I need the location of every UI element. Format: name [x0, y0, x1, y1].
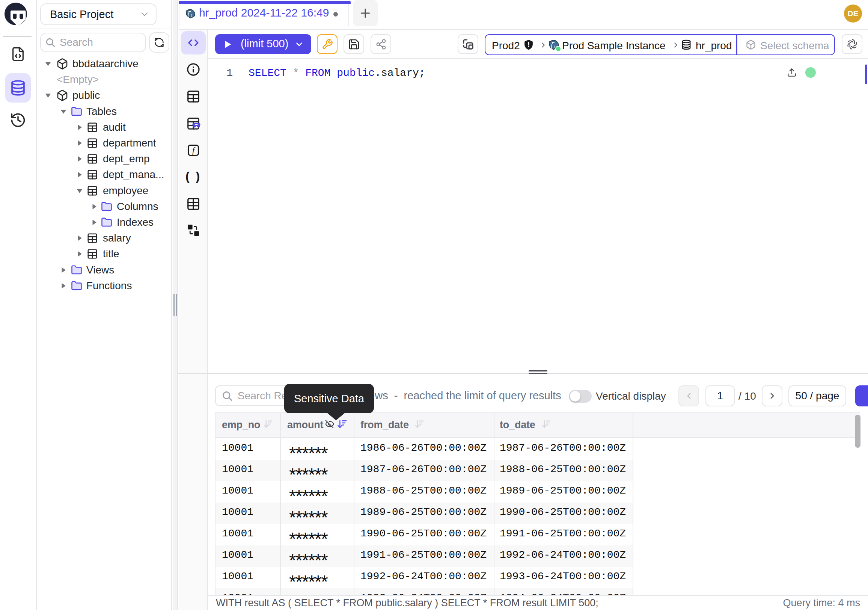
svg-text:f: f [192, 146, 195, 155]
